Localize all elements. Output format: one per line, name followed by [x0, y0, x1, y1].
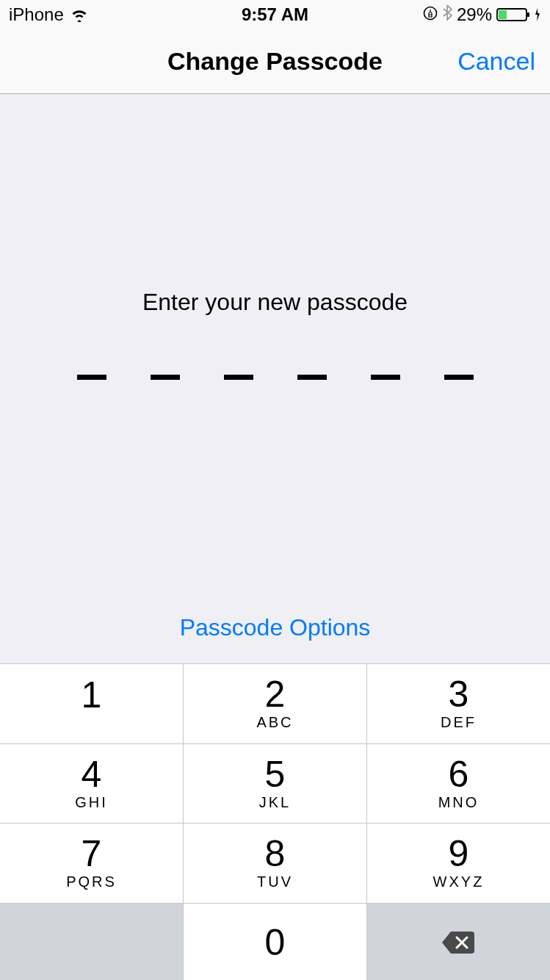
- svg-rect-2: [499, 10, 507, 19]
- key-digit: 9: [449, 835, 469, 872]
- key-digit: 6: [449, 756, 469, 793]
- svg-point-0: [424, 7, 436, 20]
- keypad-key-9[interactable]: 9 WXYZ: [367, 824, 550, 903]
- key-letters: JKL: [259, 794, 291, 811]
- key-digit: 7: [82, 835, 102, 872]
- passcode-dash: [297, 375, 327, 380]
- svg-rect-3: [527, 12, 529, 17]
- key-digit: 4: [82, 756, 102, 793]
- charging-bolt-icon: [534, 7, 541, 22]
- keypad-empty: [0, 904, 183, 981]
- numeric-keypad: 1 2 ABC 3 DEF 4 GHI 5 JKL 6 MNO 7 PQRS 8…: [0, 663, 550, 980]
- keypad-key-0[interactable]: 0: [184, 904, 366, 981]
- passcode-prompt: Enter your new passcode: [142, 289, 408, 316]
- passcode-dash: [444, 375, 474, 380]
- battery-icon: [496, 7, 541, 23]
- key-digit: 2: [265, 676, 286, 713]
- keypad-key-5[interactable]: 5 JKL: [184, 744, 366, 824]
- keypad-key-8[interactable]: 8 TUV: [184, 824, 366, 903]
- page-title: Change Passcode: [167, 47, 383, 76]
- status-bar: iPhone 9:57 AM 29%: [0, 0, 550, 29]
- passcode-options-link[interactable]: Passcode Options: [180, 614, 371, 641]
- keypad-key-2[interactable]: 2 ABC: [184, 664, 366, 743]
- keypad-key-4[interactable]: 4 GHI: [0, 744, 183, 824]
- keypad-key-1[interactable]: 1: [0, 664, 183, 743]
- keypad-backspace[interactable]: [367, 904, 550, 981]
- key-letters: WXYZ: [433, 873, 485, 890]
- keypad-key-3[interactable]: 3 DEF: [367, 664, 550, 743]
- status-time: 9:57 AM: [242, 4, 308, 25]
- key-digit: 3: [449, 676, 469, 713]
- passcode-dash: [371, 375, 400, 380]
- key-digit: 8: [265, 835, 286, 872]
- battery-percent: 29%: [457, 4, 492, 25]
- passcode-dash: [77, 375, 106, 380]
- cancel-button[interactable]: Cancel: [457, 47, 535, 76]
- key-letters: GHI: [75, 794, 108, 811]
- carrier-label: iPhone: [9, 4, 64, 25]
- key-letters: MNO: [438, 794, 480, 811]
- status-left: iPhone: [9, 4, 89, 25]
- passcode-field: [77, 375, 474, 380]
- key-letters: TUV: [257, 873, 293, 890]
- bluetooth-icon: [442, 4, 452, 25]
- status-right: 29%: [423, 4, 541, 25]
- rotation-lock-icon: [423, 4, 438, 25]
- backspace-icon: [441, 929, 477, 956]
- keypad-key-7[interactable]: 7 PQRS: [0, 824, 183, 903]
- nav-bar: Change Passcode Cancel: [0, 29, 550, 94]
- key-digit: 0: [265, 924, 286, 961]
- keypad-key-6[interactable]: 6 MNO: [367, 744, 550, 824]
- key-letters: PQRS: [66, 873, 117, 890]
- wifi-icon: [70, 7, 89, 22]
- key-letters: DEF: [441, 714, 477, 731]
- passcode-dash: [151, 375, 180, 380]
- key-digit: 1: [82, 677, 102, 713]
- key-letters: ABC: [256, 714, 293, 731]
- content-area: Enter your new passcode Passcode Options: [0, 94, 550, 663]
- key-digit: 5: [265, 756, 286, 793]
- passcode-dash: [224, 375, 253, 380]
